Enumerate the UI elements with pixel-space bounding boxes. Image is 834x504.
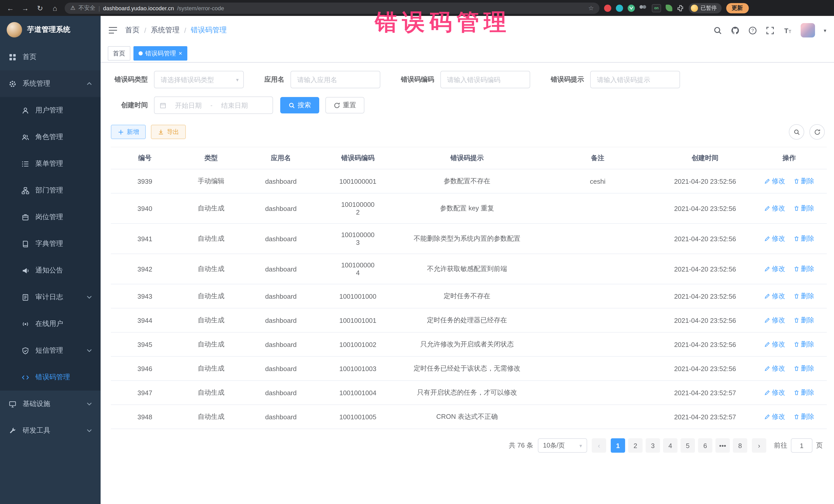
error-hint-input[interactable]	[590, 71, 680, 88]
delete-link[interactable]: 删除	[793, 388, 814, 397]
page-button[interactable]: •••	[716, 438, 730, 453]
address-bar[interactable]: ⚠ 不安全 | dashboard.yudao.iocoder.cn/syste…	[65, 2, 599, 14]
delete-link[interactable]: 删除	[793, 204, 814, 213]
profile-chip[interactable]: 已暂停	[689, 3, 721, 13]
cell-app: dashboard	[243, 193, 319, 223]
sidebar-item-dev-tools[interactable]: 研发工具	[0, 417, 101, 444]
sidebar-item-infrastructure[interactable]: 基础设施	[0, 391, 101, 417]
type-select-input[interactable]	[154, 71, 244, 88]
cell-app: dashboard	[243, 405, 319, 429]
cell-code: 100100000 4	[319, 254, 397, 284]
bookmark-star-icon[interactable]: ☆	[588, 4, 594, 12]
fullscreen-icon[interactable]	[766, 26, 774, 35]
sidebar-item-menus[interactable]: 菜单管理	[0, 150, 101, 177]
sidebar-item-departments[interactable]: 部门管理	[0, 177, 101, 204]
breadcrumb-current: 错误码管理	[191, 26, 227, 35]
font-size-icon[interactable]: TT	[783, 26, 792, 35]
tag-home[interactable]: 首页	[108, 46, 130, 61]
sidebar-item-system[interactable]: 系统管理	[0, 70, 101, 97]
extensions-puzzle-icon[interactable]	[677, 4, 684, 12]
delete-link[interactable]: 删除	[793, 234, 814, 243]
sidebar-item-error-code[interactable]: 错误码管理	[0, 364, 101, 391]
edit-link[interactable]: 修改	[764, 264, 785, 273]
sidebar-item-online-users[interactable]: 在线用户	[0, 310, 101, 337]
ext-vue-devtools-icon[interactable]	[628, 4, 635, 12]
browser-update-button[interactable]: 更新	[726, 3, 749, 13]
back-icon[interactable]: ←	[5, 4, 15, 12]
filter-time: 创建时间 -	[111, 96, 273, 114]
ext-on-badge[interactable]: on	[652, 4, 661, 12]
error-code-input[interactable]	[440, 71, 530, 88]
page-button[interactable]: 6	[698, 438, 712, 453]
edit-link[interactable]: 修改	[764, 234, 785, 243]
sidebar-item-audit-log[interactable]: 审计日志	[0, 284, 101, 310]
refresh-table-button[interactable]	[809, 124, 825, 139]
page-button[interactable]: 2	[628, 438, 642, 453]
sidebar-item-dictionary[interactable]: 字典管理	[0, 231, 101, 257]
sidebar-item-home[interactable]: 首页	[0, 44, 101, 70]
cell-id: 3946	[111, 356, 179, 380]
delete-link[interactable]: 删除	[793, 364, 814, 373]
sidebar-logo[interactable]: 芋道管理系统	[0, 16, 101, 44]
type-select[interactable]: ▾	[154, 71, 244, 88]
edit-link[interactable]: 修改	[764, 388, 785, 397]
prev-page-button[interactable]: ‹	[592, 438, 606, 453]
delete-link[interactable]: 删除	[793, 177, 814, 186]
delete-link[interactable]: 删除	[793, 291, 814, 301]
page-size-select[interactable]: 10条/页 ▾	[538, 438, 587, 453]
page-button[interactable]: 4	[663, 438, 678, 453]
sidebar-item-roles[interactable]: 角色管理	[0, 124, 101, 150]
calendar-icon	[160, 102, 166, 109]
search-button[interactable]: 搜索	[280, 97, 319, 113]
avatar-caret-down-icon[interactable]: ▾	[824, 27, 826, 33]
reset-button[interactable]: 重置	[325, 97, 365, 113]
edit-link[interactable]: 修改	[764, 364, 785, 373]
col-time: 创建时间	[658, 147, 752, 169]
page-button[interactable]: 8	[733, 438, 747, 453]
user-avatar[interactable]	[800, 23, 815, 38]
page-button[interactable]: 5	[681, 438, 695, 453]
edit-link[interactable]: 修改	[764, 177, 785, 186]
forward-icon[interactable]: →	[20, 4, 30, 12]
ext-users-icon[interactable]	[639, 5, 647, 11]
sidebar-item-notices[interactable]: 通知公告	[0, 257, 101, 284]
ext-teal-circle-icon[interactable]	[616, 4, 623, 12]
sidebar-item-posts[interactable]: 岗位管理	[0, 204, 101, 231]
delete-link[interactable]: 删除	[793, 264, 814, 273]
sidebar-item-users[interactable]: 用户管理	[0, 97, 101, 124]
home-icon[interactable]: ⌂	[50, 4, 60, 12]
edit-link[interactable]: 修改	[764, 412, 785, 421]
end-date-input[interactable]	[216, 101, 254, 109]
ext-leaf-icon[interactable]	[666, 5, 672, 11]
breadcrumb-section[interactable]: 系统管理	[151, 26, 180, 35]
search-icon[interactable]	[714, 26, 722, 35]
tag-error-code[interactable]: 错误码管理 ×	[133, 46, 187, 61]
export-button[interactable]: 导出	[151, 125, 186, 139]
date-range-picker[interactable]: -	[154, 96, 273, 114]
edit-link[interactable]: 修改	[764, 291, 785, 301]
edit-link[interactable]: 修改	[764, 316, 785, 325]
github-icon[interactable]	[731, 26, 740, 35]
start-date-input[interactable]	[169, 101, 207, 109]
goto-page-input[interactable]	[791, 438, 812, 453]
reload-icon[interactable]: ↻	[35, 4, 45, 12]
navbar-actions: ? TT ▾	[714, 23, 826, 38]
edit-link[interactable]: 修改	[764, 340, 785, 349]
edit-link[interactable]: 修改	[764, 204, 785, 213]
page-button[interactable]: 1	[611, 438, 625, 453]
hamburger-icon[interactable]	[108, 27, 117, 34]
table-header-row: 编号 类型 应用名 错误码编码 错误码提示 备注 创建时间 操作	[111, 147, 827, 169]
tag-close-icon[interactable]: ×	[179, 50, 182, 57]
app-name-input[interactable]	[290, 71, 380, 88]
add-button[interactable]: 新增	[111, 125, 146, 139]
delete-link[interactable]: 删除	[793, 340, 814, 349]
delete-link[interactable]: 删除	[793, 412, 814, 421]
ext-red-circle-icon[interactable]	[604, 4, 611, 12]
help-icon[interactable]: ?	[748, 26, 757, 35]
breadcrumb-home[interactable]: 首页	[125, 26, 139, 35]
toggle-search-button[interactable]	[789, 124, 804, 139]
next-page-button[interactable]: ›	[752, 438, 766, 453]
page-button[interactable]: 3	[646, 438, 660, 453]
delete-link[interactable]: 删除	[793, 316, 814, 325]
sidebar-item-sms[interactable]: 短信管理	[0, 337, 101, 364]
